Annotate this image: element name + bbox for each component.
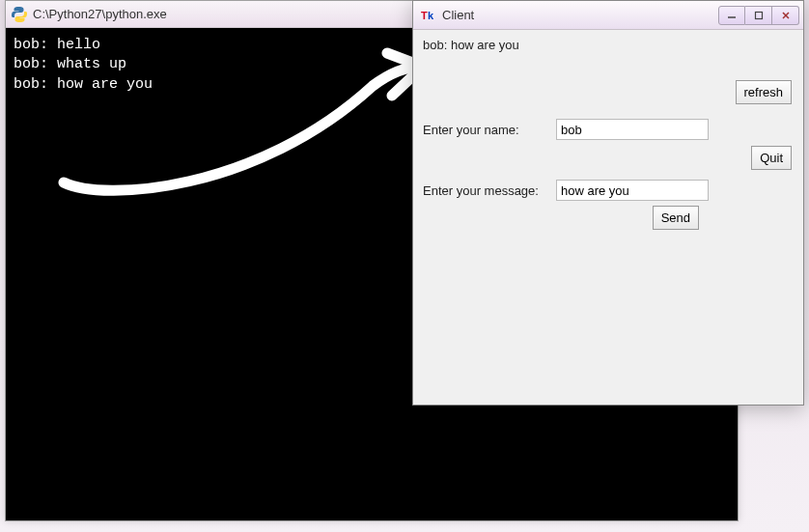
close-button[interactable] — [772, 6, 799, 25]
client-window-title: Client — [442, 8, 712, 22]
message-display: bob: how are you — [423, 38, 794, 52]
client-window: T k Client bob: how are you refresh Ente… — [412, 0, 804, 406]
client-titlebar[interactable]: T k Client — [413, 1, 803, 30]
name-label: Enter your name: — [423, 123, 546, 137]
minimize-button[interactable] — [718, 6, 745, 25]
send-button[interactable]: Send — [653, 206, 699, 230]
quit-button[interactable]: Quit — [751, 146, 792, 170]
svg-rect-3 — [755, 12, 762, 18]
svg-text:T: T — [421, 10, 428, 21]
window-controls — [718, 6, 799, 25]
python-icon — [12, 7, 27, 22]
refresh-button[interactable]: refresh — [736, 80, 792, 104]
console-window-title: C:\Python27\python.exe — [33, 7, 167, 21]
name-row: Enter your name: — [423, 119, 709, 140]
name-input[interactable] — [556, 119, 709, 140]
maximize-button[interactable] — [745, 6, 772, 25]
svg-text:k: k — [428, 10, 434, 21]
message-input[interactable] — [556, 180, 709, 201]
message-row: Enter your message: — [423, 180, 709, 201]
tk-icon: T k — [421, 8, 436, 23]
message-label: Enter your message: — [423, 183, 546, 198]
client-body: bob: how are you refresh Enter your name… — [413, 30, 803, 405]
